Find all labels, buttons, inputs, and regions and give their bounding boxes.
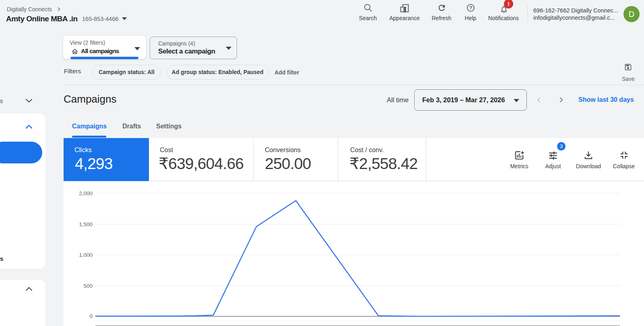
svg-text:1,500: 1,500 [79, 221, 93, 227]
svg-text:?: ? [469, 5, 472, 11]
svg-text:1,000: 1,000 [79, 252, 93, 258]
svg-text:500: 500 [83, 283, 93, 289]
svg-text:2,000: 2,000 [79, 190, 93, 196]
svg-text:0: 0 [89, 313, 93, 319]
